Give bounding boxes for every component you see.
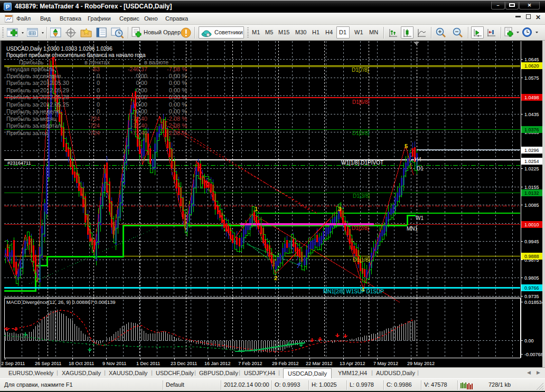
svg-text:1.0498: 1.0498 bbox=[524, 95, 539, 100]
svg-text:H4: H4 bbox=[415, 157, 421, 162]
svg-text:1.0645: 1.0645 bbox=[524, 57, 539, 62]
svg-text:-724: -724 bbox=[88, 116, 100, 122]
svg-text:0.9805: 0.9805 bbox=[524, 275, 539, 281]
svg-text:D1[1/8]: D1[1/8] bbox=[353, 257, 370, 263]
svg-text:2: 2 bbox=[274, 275, 277, 281]
svg-text:D1[7/8]: D1[7/8] bbox=[352, 67, 369, 73]
svg-text:1.0085: 1.0085 bbox=[524, 203, 539, 208]
svg-text:W1: W1 bbox=[416, 215, 424, 221]
svg-text:22 Mar 2012: 22 Mar 2012 bbox=[306, 361, 333, 366]
svg-text:7 Feb 2012: 7 Feb 2012 bbox=[238, 361, 262, 366]
svg-text:D1: D1 bbox=[417, 166, 424, 171]
svg-text:MN1[2/8] W1SUP D1SUP: MN1[2/8] W1SUP D1SUP bbox=[323, 289, 384, 294]
svg-text:0.00: 0.00 bbox=[136, 80, 147, 86]
svg-text:23 Dec 2011: 23 Dec 2011 bbox=[171, 361, 197, 366]
svg-text:1.0296: 1.0296 bbox=[524, 148, 539, 153]
svg-text:Прибыль за 2012.05.28: Прибыль за 2012.05.28 bbox=[6, 94, 69, 100]
svg-text:Прибыль: Прибыль bbox=[19, 59, 44, 65]
svg-text:1 Dec 2011: 1 Dec 2011 bbox=[136, 361, 160, 366]
svg-text:1.0620: 1.0620 bbox=[524, 63, 539, 69]
svg-text:MACD Divergence(12, 26, 9) 0.0: MACD Divergence(12, 26, 9) 0.008867 0.00… bbox=[6, 299, 116, 305]
svg-text:-724: -724 bbox=[88, 130, 100, 136]
svg-text:1.0132: 1.0132 bbox=[524, 190, 539, 196]
svg-text:0.00 %: 0.00 % bbox=[169, 73, 187, 79]
svg-text:0.00 %: 0.00 % bbox=[169, 87, 187, 93]
svg-text:Процент прибыли относительно б: Процент прибыли относительно баланса на … bbox=[6, 52, 146, 58]
svg-text:USDCAD,Daily 1.0300 1.0303 1.: USDCAD,Daily 1.0300 1.0303 1.0296 1.0296 bbox=[6, 46, 112, 52]
svg-text:29 Feb 2012: 29 Feb 2012 bbox=[272, 361, 299, 366]
svg-text:1.0575: 1.0575 bbox=[524, 75, 539, 81]
svg-text:-72.40: -72.40 bbox=[131, 116, 147, 122]
svg-text:0: 0 bbox=[97, 94, 100, 100]
svg-text:Прибыль за неделю: Прибыль за неделю bbox=[6, 108, 61, 114]
svg-text:0: 0 bbox=[97, 87, 100, 93]
svg-text:0.00 %: 0.00 % bbox=[169, 108, 187, 114]
svg-text:Текущая прибыль: Текущая прибыль bbox=[6, 66, 55, 72]
svg-text:MN1: MN1 bbox=[407, 226, 418, 232]
svg-text:0: 0 bbox=[97, 73, 100, 79]
svg-text:0.9945: 0.9945 bbox=[524, 239, 539, 244]
svg-text:D1[6/8]: D1[6/8] bbox=[352, 99, 369, 105]
svg-text:0.00 %: 0.00 % bbox=[169, 101, 187, 108]
svg-text:0.00: 0.00 bbox=[524, 338, 534, 343]
svg-text:1: 1 bbox=[255, 206, 258, 212]
svg-text:0.9735: 0.9735 bbox=[524, 294, 539, 299]
svg-text:0.00: 0.00 bbox=[136, 101, 147, 108]
svg-text:-2.08 %: -2.08 % bbox=[167, 130, 187, 136]
svg-text:5: 5 bbox=[405, 143, 408, 149]
svg-text:0: 0 bbox=[97, 80, 100, 86]
svg-text:-2.08 %: -2.08 % bbox=[167, 122, 187, 129]
svg-text:W1[1/8] D1PIVOT: W1[1/8] D1PIVOT bbox=[341, 160, 383, 166]
svg-text:0.018534: 0.018534 bbox=[524, 300, 544, 305]
svg-text:Прибыль за квартал: Прибыль за квартал bbox=[6, 122, 61, 129]
svg-text:-63: -63 bbox=[91, 66, 100, 72]
svg-text:0: 0 bbox=[97, 101, 100, 108]
svg-text:D1[3/8]: D1[3/8] bbox=[353, 193, 370, 199]
svg-text:D1[2/8]: D1[2/8] bbox=[352, 225, 369, 231]
svg-text:0.00: 0.00 bbox=[136, 73, 147, 79]
svg-text:D1[5/8]: D1[5/8] bbox=[352, 130, 369, 136]
svg-text:-246.37: -246.37 bbox=[128, 66, 147, 72]
svg-text:0.00 %: 0.00 % bbox=[169, 80, 187, 86]
svg-text:Прибыль за сегодня: Прибыль за сегодня bbox=[6, 73, 61, 79]
svg-text:1.0435: 1.0435 bbox=[524, 112, 539, 117]
svg-text:1.0254: 1.0254 bbox=[524, 159, 539, 164]
svg-text:-72.40: -72.40 bbox=[131, 122, 147, 129]
svg-text:18 Oct 2011: 18 Oct 2011 bbox=[69, 361, 94, 366]
svg-text:1.0010: 1.0010 bbox=[524, 222, 539, 227]
svg-text:0: 0 bbox=[97, 108, 100, 114]
svg-text:1.0225: 1.0225 bbox=[524, 166, 539, 171]
svg-text:0.00 %: 0.00 % bbox=[169, 94, 187, 100]
svg-text:-72.40: -72.40 bbox=[131, 130, 147, 136]
svg-text:0.9888: 0.9888 bbox=[524, 254, 539, 259]
svg-text:0.9766: 0.9766 bbox=[524, 285, 539, 291]
svg-text:7 May 2012: 7 May 2012 bbox=[373, 361, 398, 366]
svg-text:Прибыль за 2012.05.29: Прибыль за 2012.05.29 bbox=[6, 87, 69, 93]
svg-text:1.0155: 1.0155 bbox=[524, 185, 539, 190]
svg-text:29 May 2012: 29 May 2012 bbox=[407, 361, 435, 366]
svg-text:в пунктах: в пунктах bbox=[84, 59, 110, 65]
svg-text:0.00: 0.00 bbox=[136, 108, 147, 114]
svg-text:-0.00768: -0.00768 bbox=[524, 352, 543, 357]
svg-text:13 Apr 2012: 13 Apr 2012 bbox=[340, 361, 365, 366]
svg-text:3: 3 bbox=[338, 206, 341, 212]
svg-text:в валюте: в валюте bbox=[144, 59, 168, 65]
svg-text:1.0376: 1.0376 bbox=[524, 127, 539, 132]
svg-text:-724: -724 bbox=[88, 122, 100, 129]
svg-text:2 Sep 2011: 2 Sep 2011 bbox=[1, 361, 25, 366]
svg-text:9 Nov 2011: 9 Nov 2011 bbox=[102, 361, 126, 366]
svg-text:0.00: 0.00 bbox=[136, 94, 147, 100]
svg-text:16 Jan 2012: 16 Jan 2012 bbox=[204, 361, 231, 366]
svg-text:-7.08 %: -7.08 % bbox=[167, 66, 187, 72]
svg-text:#23164711: #23164711 bbox=[7, 160, 31, 166]
svg-text:Прибыль за 2012.05.25: Прибыль за 2012.05.25 bbox=[6, 101, 69, 108]
svg-text:0.00: 0.00 bbox=[136, 87, 147, 93]
svg-text:Прибыль за 2012.05.30: Прибыль за 2012.05.30 bbox=[6, 80, 69, 86]
svg-text:-2.08 %: -2.08 % bbox=[167, 116, 187, 122]
svg-text:Прибыль за год: Прибыль за год bbox=[6, 130, 49, 136]
svg-text:26 Sep 2011: 26 Sep 2011 bbox=[35, 361, 61, 366]
svg-text:Прибыль за месяц: Прибыль за месяц bbox=[6, 116, 57, 122]
